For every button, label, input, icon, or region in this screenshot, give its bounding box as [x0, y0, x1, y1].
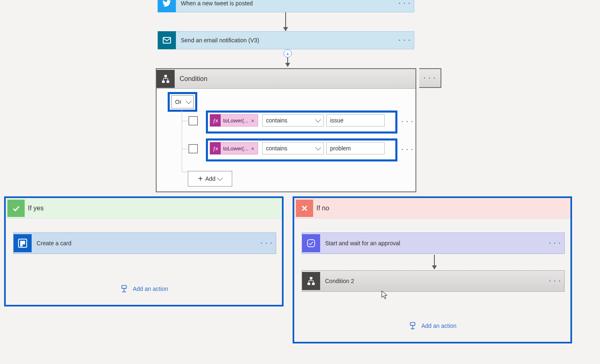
expression-text: toLower(... [223, 145, 248, 152]
twitter-icon [158, 0, 176, 12]
condition-rail [182, 172, 188, 172]
value-text: problem [330, 145, 351, 152]
svg-rect-2 [162, 81, 165, 83]
operator-select[interactable]: contains [262, 114, 324, 127]
if-no-title: If no [316, 205, 329, 212]
flow-arrow [284, 12, 288, 31]
svg-rect-6 [310, 277, 312, 279]
svg-rect-5 [307, 240, 314, 247]
condition-more-button[interactable]: · · · [419, 68, 441, 88]
condition2-more-button[interactable]: · · · [546, 278, 564, 284]
condition2-title: Condition 2 [320, 278, 546, 284]
trigger-title: When a new tweet is posted [176, 0, 396, 7]
add-action-button[interactable]: Add an action [294, 321, 570, 330]
trigger-more-button[interactable]: · · · [396, 0, 414, 7]
row-more-button[interactable]: · · · [402, 118, 413, 125]
chevron-down-icon [186, 98, 192, 104]
condition-rail [182, 149, 188, 149]
email-step-title: Send an email notification (V3) [176, 37, 396, 44]
if-yes-header: If yes [6, 198, 282, 219]
expression-pill[interactable]: ƒx toLower(... × [210, 142, 258, 154]
svg-rect-3 [167, 81, 169, 83]
mail-icon [158, 31, 176, 49]
operator-label: contains [266, 145, 287, 152]
value-text: issue [330, 117, 344, 124]
insert-step-button[interactable]: + [284, 49, 292, 58]
create-card-more-button[interactable]: · · · [258, 240, 276, 247]
email-step-more-button[interactable]: · · · [396, 37, 414, 44]
approval-more-button[interactable]: · · · [546, 240, 564, 247]
add-label: Add [205, 175, 215, 182]
svg-rect-1 [164, 75, 167, 77]
condition-rail [182, 121, 188, 121]
if-no-header: If no [294, 198, 570, 219]
add-action-icon [408, 321, 417, 330]
email-step[interactable]: Send an email notification (V3) · · · [157, 31, 414, 49]
add-action-label: Add an action [133, 286, 168, 292]
add-condition-button[interactable]: + Add [188, 171, 232, 187]
value-input[interactable]: problem [326, 142, 385, 154]
group-operator-label: Or [175, 99, 182, 105]
svg-rect-7 [308, 283, 310, 285]
condition-title: Condition [175, 75, 415, 83]
insert-step-arrow: + [281, 49, 295, 68]
svg-rect-4 [122, 286, 127, 288]
condition-header[interactable]: Condition [157, 69, 415, 89]
create-card-step[interactable]: Create a card · · · [13, 233, 276, 254]
condition-step: Condition Or ƒx toLower(... × contains [156, 68, 416, 192]
expression-remove-button[interactable]: × [251, 117, 254, 124]
add-action-icon [120, 284, 129, 293]
chevron-down-icon [217, 175, 223, 181]
row-select-checkbox[interactable] [189, 144, 198, 153]
approval-step[interactable]: Start and wait for an approval · · · [302, 233, 565, 254]
value-input[interactable]: issue [326, 114, 385, 127]
condition-rail [182, 110, 182, 172]
x-icon [296, 200, 313, 217]
svg-rect-9 [411, 323, 415, 325]
condition-icon [157, 70, 175, 88]
flow-arrow [432, 255, 436, 270]
expression-remove-button[interactable]: × [251, 145, 254, 152]
row-more-button[interactable]: · · · [402, 146, 413, 153]
expression-text: toLower(... [223, 117, 248, 124]
condition-icon [302, 272, 320, 290]
condition-row-highlight: ƒx toLower(... × contains issue [206, 111, 397, 134]
create-card-title: Create a card [32, 240, 258, 247]
condition2-step[interactable]: Condition 2 · · · [302, 270, 565, 292]
if-yes-branch: If yes Create a card · · · Add an action [4, 196, 284, 306]
condition-row-highlight: ƒx toLower(... × contains problem [206, 138, 397, 161]
chevron-down-icon [315, 145, 321, 150]
chevron-down-icon [315, 117, 321, 122]
approval-icon [302, 234, 320, 252]
expression-pill[interactable]: ƒx toLower(... × [210, 114, 258, 127]
group-operator-select[interactable]: Or [171, 95, 194, 108]
add-action-button[interactable]: Add an action [6, 284, 282, 293]
operator-label: contains [266, 117, 287, 124]
group-operator-highlight: Or [168, 92, 197, 112]
check-icon [7, 200, 25, 217]
if-no-branch: If no Start and wait for an approval · ·… [293, 196, 572, 343]
trigger-step[interactable]: When a new tweet is posted · · · [157, 0, 414, 12]
add-action-label: Add an action [421, 323, 457, 329]
mouse-cursor-icon [381, 290, 388, 299]
approval-title: Start and wait for an approval [320, 240, 546, 247]
if-yes-title: If yes [28, 205, 44, 212]
fx-icon: ƒx [210, 114, 221, 127]
fx-icon: ƒx [210, 142, 221, 154]
trello-icon [14, 234, 32, 252]
svg-rect-8 [312, 283, 315, 285]
operator-select[interactable]: contains [262, 142, 324, 154]
row-select-checkbox[interactable] [189, 116, 198, 125]
